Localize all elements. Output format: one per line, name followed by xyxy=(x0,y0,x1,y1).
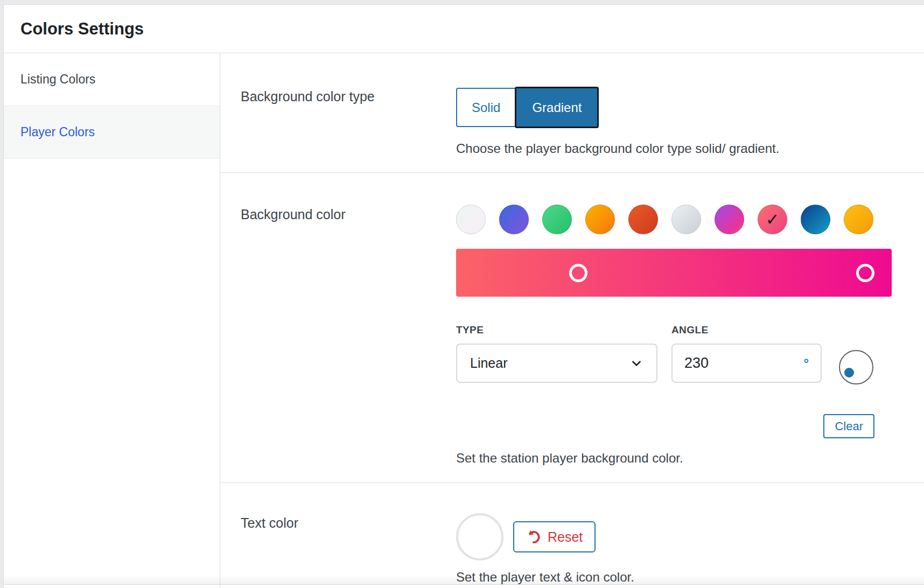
reset-icon xyxy=(526,529,542,545)
settings-screen: Colors Settings Listing Colors Player Co… xyxy=(0,0,924,588)
settings-main: Background color type Solid Gradient Cho… xyxy=(220,53,924,588)
swatch-amber[interactable] xyxy=(844,205,873,234)
gradient-angle-value: 230 xyxy=(684,355,709,372)
swatch-green[interactable] xyxy=(542,205,572,234)
swatch-ocean[interactable] xyxy=(801,205,830,234)
background-color-type-control: Solid Gradient Choose the player backgro… xyxy=(456,87,892,156)
text-color-label: Text color xyxy=(241,513,456,585)
swatch-red-orange[interactable] xyxy=(628,205,658,234)
colors-settings-card: Colors Settings Listing Colors Player Co… xyxy=(3,4,924,588)
gradient-angle-input[interactable]: 230 ° xyxy=(671,344,822,383)
swatch-row: ✓ xyxy=(456,205,892,234)
gradient-type-value: Linear xyxy=(470,355,508,371)
clear-button[interactable]: Clear xyxy=(823,414,874,438)
background-color-type-label: Background color type xyxy=(241,87,456,156)
page-title: Colors Settings xyxy=(20,19,144,39)
row-background-color: Background color ✓ TYPE Linear xyxy=(220,173,924,483)
color-type-toggle: Solid Gradient xyxy=(456,87,892,128)
sidebar-item-player-colors[interactable]: Player Colors xyxy=(4,106,220,159)
swatch-blue-violet[interactable] xyxy=(499,205,529,234)
background-color-control: ✓ TYPE Linear xyxy=(456,205,892,466)
type-label: TYPE xyxy=(456,324,657,336)
gradient-type-select[interactable]: Linear xyxy=(456,344,657,383)
reset-button[interactable]: Reset xyxy=(513,521,596,552)
gradient-stop-handle-1[interactable] xyxy=(569,264,587,282)
settings-sidebar: Listing Colors Player Colors xyxy=(4,53,220,588)
background-color-type-description: Choose the player background color type … xyxy=(456,141,892,156)
swatch-purple-magenta[interactable] xyxy=(715,205,744,234)
angle-label: ANGLE xyxy=(671,324,822,336)
gradient-button[interactable]: Gradient xyxy=(515,87,599,128)
card-body: Listing Colors Player Colors Background … xyxy=(4,53,924,588)
check-icon: ✓ xyxy=(758,205,787,234)
angle-dial[interactable] xyxy=(839,350,873,384)
gradient-stop-handle-2[interactable] xyxy=(856,264,874,282)
text-color-control: Reset Set the player text & icon color. xyxy=(456,513,892,585)
solid-button[interactable]: Solid xyxy=(456,88,516,127)
text-color-description: Set the player text & icon color. xyxy=(456,570,892,585)
clear-row: Clear xyxy=(456,414,892,438)
degree-icon: ° xyxy=(803,356,809,371)
gradient-angle-column: ANGLE 230 ° xyxy=(671,324,822,384)
chevron-down-icon xyxy=(629,356,643,370)
gradient-preview[interactable] xyxy=(456,249,892,297)
text-color-swatch[interactable] xyxy=(456,513,503,561)
sidebar-item-label: Listing Colors xyxy=(20,72,95,87)
row-text-color: Text color Reset S xyxy=(220,483,924,588)
card-header: Colors Settings xyxy=(4,5,924,53)
swatch-silver[interactable] xyxy=(671,205,701,234)
row-background-color-type: Background color type Solid Gradient Cho… xyxy=(220,53,924,173)
sidebar-item-listing-colors[interactable]: Listing Colors xyxy=(4,53,220,106)
swatch-salmon-pink[interactable]: ✓ xyxy=(758,205,787,234)
swatch-pearl[interactable] xyxy=(456,205,486,234)
sidebar-item-label: Player Colors xyxy=(20,125,95,139)
reset-button-label: Reset xyxy=(548,529,583,545)
text-color-picker-group: Reset xyxy=(456,513,892,561)
gradient-type-column: TYPE Linear xyxy=(456,324,657,384)
gradient-options: TYPE Linear ANGLE 230 ° xyxy=(456,324,892,384)
background-color-description: Set the station player background color. xyxy=(456,451,892,466)
swatch-orange[interactable] xyxy=(585,205,615,234)
angle-dial-dot xyxy=(844,368,854,377)
background-color-label: Background color xyxy=(241,205,456,466)
